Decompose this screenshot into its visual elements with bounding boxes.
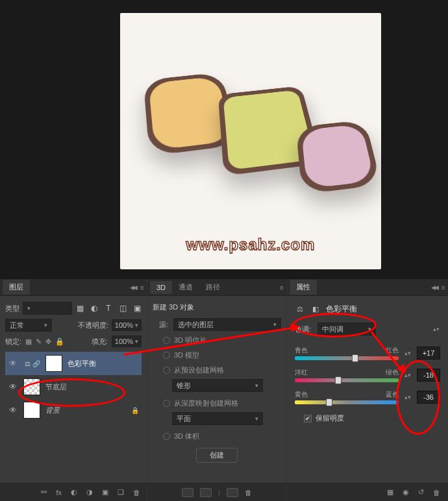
trash-icon[interactable]: 🗑 — [133, 489, 140, 496]
canvas-area: www.psahz.com — [0, 0, 448, 279]
slider-handle[interactable] — [352, 354, 358, 362]
slider-track[interactable] — [295, 378, 399, 382]
chevron-down-icon: ▾ — [44, 322, 47, 328]
mask-icon[interactable]: ◐ — [71, 488, 77, 496]
radio-postcard[interactable]: 3D 明信片 — [153, 333, 281, 348]
footer-btn-2[interactable] — [200, 488, 212, 497]
document-preview[interactable]: www.psahz.com — [120, 13, 381, 269]
slider-track[interactable] — [295, 356, 399, 360]
source-label: 源: — [153, 320, 168, 330]
radio-icon — [163, 433, 170, 440]
radio-volume[interactable]: 3D 体积 — [153, 429, 281, 444]
radio-icon — [163, 367, 170, 374]
visibility-icon[interactable]: 👁 — [8, 382, 18, 391]
preset-select[interactable]: 锥形▾ — [172, 379, 263, 392]
section-title: 新建 3D 对象 — [153, 300, 281, 316]
slider-handle[interactable] — [335, 376, 342, 384]
tab-paths[interactable]: 路径 — [199, 280, 227, 295]
slider-handle[interactable] — [326, 398, 332, 406]
filter-smart-icon[interactable]: ▣ — [132, 304, 142, 313]
adjustment-title: 色彩平衡 — [326, 304, 357, 315]
fx-icon[interactable]: fx — [56, 489, 62, 496]
blend-mode-select[interactable]: 正常▾ — [5, 319, 52, 332]
lock-paint-icon[interactable]: ✎ — [36, 337, 42, 346]
props-panel-tabs: 属性 ◀◀≡ — [287, 279, 448, 296]
footer-btn-1[interactable] — [182, 488, 193, 497]
layer-base[interactable]: 👁 节底层 — [5, 375, 142, 398]
visibility-icon[interactable]: 👁 — [8, 406, 18, 415]
layer-list: 👁 ⚖🔗 色彩平衡 👁 节底层 👁 背景 🔒 — [5, 352, 142, 422]
adj-icon[interactable]: ◑ — [86, 488, 93, 496]
reset-icon[interactable]: ↺ — [418, 488, 424, 496]
layer-thumb[interactable] — [23, 402, 40, 419]
panel-menu[interactable]: ◀◀≡ — [431, 284, 445, 291]
panel-menu[interactable]: ◀◀≡ — [130, 284, 144, 291]
slider-value[interactable]: -36 — [417, 391, 440, 404]
layer-thumb[interactable] — [23, 378, 40, 395]
lock-pos-icon[interactable]: ✥ — [45, 337, 51, 346]
depth-select[interactable]: 平面▾ — [172, 412, 263, 425]
filter-adj-icon[interactable]: ◐ — [90, 304, 99, 313]
chevron-down-icon: ▾ — [368, 326, 371, 332]
menu-icon: ≡ — [140, 284, 144, 291]
radio-mesh-preset[interactable]: 从预设创建网格 — [153, 363, 281, 378]
clip-icon[interactable]: ▦ — [387, 488, 393, 496]
layer-name: 色彩平衡 — [68, 359, 139, 369]
filter-type-icon[interactable]: T — [104, 304, 113, 313]
mask-thumb[interactable] — [45, 355, 62, 372]
chevron-down-icon: ▾ — [273, 321, 277, 328]
check-icon: ✔ — [304, 415, 312, 422]
slider-value[interactable]: +17 — [417, 347, 440, 360]
tone-select[interactable]: 中间调▾ — [317, 323, 376, 336]
scrubby-icon: ▴▾ — [404, 394, 412, 400]
radio-depth[interactable]: 从深度映射创建网格 — [153, 396, 281, 411]
layers-panel: 图层 ◀◀≡ 类型 ▾ ▦ ◐ T ◫ ▣ 正常▾ 不透明度: 100%▾ — [0, 279, 147, 501]
sep: | — [218, 489, 220, 496]
lock-all-icon[interactable]: 🔒 — [55, 337, 64, 346]
link-layers-icon[interactable]: ⚯ — [41, 488, 47, 496]
balance-icon: ⚖ — [295, 304, 305, 315]
radio-icon — [163, 400, 170, 407]
tab-layers[interactable]: 图层 — [3, 280, 30, 295]
collapse-icon: ◀◀ — [431, 284, 438, 291]
group-icon[interactable]: ▣ — [102, 488, 108, 496]
preserve-luminosity-checkbox[interactable]: ✔ 保留明度 — [292, 408, 443, 426]
trash-icon[interactable]: 🗑 — [433, 489, 440, 496]
label-left: 青色 — [295, 346, 308, 355]
radio-icon — [163, 337, 170, 344]
balance-icon: ⚖ — [23, 360, 31, 367]
tab-properties[interactable]: 属性 — [290, 280, 317, 295]
chevron-down-icon: ▾ — [135, 338, 138, 345]
tab-channels[interactable]: 通道 — [172, 280, 199, 295]
lock-trans-icon[interactable]: ▦ — [25, 337, 32, 346]
opacity-input[interactable]: 100%▾ — [112, 319, 142, 331]
view-prev-icon[interactable]: ◉ — [403, 488, 409, 496]
tab-3d[interactable]: 3D — [150, 281, 172, 294]
trash-icon[interactable]: 🗑 — [245, 489, 252, 496]
filter-pixel-icon[interactable]: ▦ — [75, 304, 84, 313]
panel-menu[interactable]: ≡ — [280, 284, 284, 291]
slider-value[interactable]: -18 — [417, 369, 440, 382]
mask-icon[interactable]: ◧ — [310, 304, 321, 315]
layers-footer: ⚯ fx ◐ ◑ ▣ ❏ 🗑 — [0, 483, 147, 501]
collapse-icon: ◀◀ — [130, 284, 136, 291]
3d-panel-tabs: 3D 通道 路径 ≡ — [147, 279, 286, 296]
slider-track[interactable] — [295, 400, 399, 404]
radio-icon — [163, 352, 170, 359]
filter-shape-icon[interactable]: ◫ — [118, 304, 127, 313]
visibility-icon[interactable]: 👁 — [8, 359, 18, 368]
layer-color-balance[interactable]: 👁 ⚖🔗 色彩平衡 — [5, 352, 142, 375]
lock-icon: 🔒 — [131, 407, 139, 414]
radio-model[interactable]: 3D 模型 — [153, 348, 281, 363]
scrubby-icon: ▴▾ — [432, 326, 440, 332]
kind-select[interactable]: ▾ — [23, 302, 72, 315]
source-select[interactable]: 选中的图层▾ — [173, 318, 281, 331]
layer-background[interactable]: 👁 背景 🔒 — [5, 398, 142, 422]
footer-btn-3[interactable] — [227, 488, 238, 497]
label-left: 黄色 — [295, 390, 308, 399]
create-button[interactable]: 创建 — [196, 448, 238, 463]
slider-cyan-red: 青色红色 ▴▾ +17 — [292, 342, 443, 364]
3d-panel: 3D 通道 路径 ≡ 新建 3D 对象 源: 选中的图层▾ 3D 明信片 3D … — [147, 279, 286, 501]
new-layer-icon[interactable]: ❏ — [118, 488, 124, 496]
fill-input[interactable]: 100%▾ — [112, 336, 142, 347]
